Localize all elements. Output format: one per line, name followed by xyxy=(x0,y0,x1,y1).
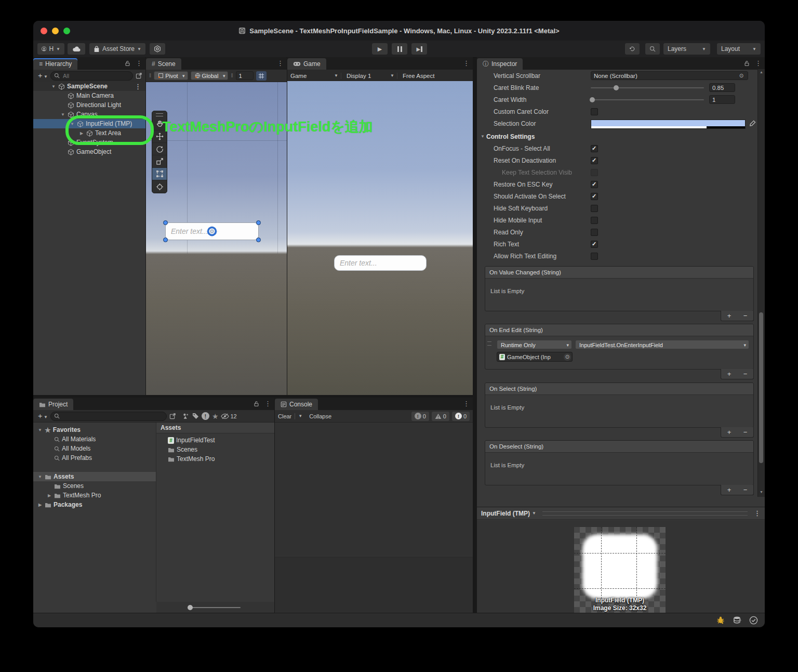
project-all-materials[interactable]: All Materials xyxy=(33,434,156,444)
scene-menu-icon[interactable]: ⋮ xyxy=(277,60,284,67)
add-event-button[interactable]: + xyxy=(727,486,732,494)
hierarchy-item-directional-light[interactable]: Directional Light xyxy=(33,100,145,110)
grid-size-field[interactable]: 1 xyxy=(236,71,254,80)
foldout-icon[interactable]: ▶ xyxy=(47,493,52,498)
undo-history-button[interactable] xyxy=(625,43,640,55)
preview-resize-handle[interactable] xyxy=(542,511,748,516)
layout-dropdown[interactable]: Layout▼ xyxy=(717,43,761,55)
event-target-object-field[interactable]: # GameObject (Inp ⊙ xyxy=(497,352,573,362)
caret-blink-rate-value[interactable]: 0.85 xyxy=(709,83,735,92)
tab-scene[interactable]: # Scene xyxy=(146,58,181,70)
pivot-gizmo[interactable] xyxy=(203,222,221,240)
foldout-icon[interactable]: ▶ xyxy=(37,503,43,507)
progress-status-button[interactable] xyxy=(749,616,758,627)
open-window-icon[interactable] xyxy=(136,72,142,79)
step-button[interactable]: ▶ xyxy=(411,43,427,55)
project-pane-breadcrumb[interactable]: Assets xyxy=(156,423,274,433)
vertical-scrollbar-field[interactable]: None (Scrollbar)⊙ xyxy=(591,71,748,80)
reorder-handle-icon[interactable] xyxy=(487,341,491,346)
error-filter-button[interactable]: ! 0 xyxy=(452,412,470,421)
caret-blink-rate-slider[interactable] xyxy=(591,87,704,88)
debugger-status-button[interactable] xyxy=(716,615,725,627)
open-window-icon[interactable] xyxy=(169,413,176,419)
inspector-menu-icon[interactable]: ⋮ xyxy=(755,60,762,67)
handle-space-dropdown[interactable]: Global xyxy=(191,71,229,80)
slider-thumb[interactable] xyxy=(590,97,595,102)
search-by-label-icon[interactable] xyxy=(192,413,199,419)
asset-scenes[interactable]: Scenes xyxy=(156,445,274,454)
search-by-type-icon[interactable] xyxy=(182,413,190,419)
preview-header[interactable]: InputField (TMP) ▼ ⋮ xyxy=(477,507,765,520)
keep-text-selection-checkbox[interactable] xyxy=(591,169,598,176)
asset-store-button[interactable]: Asset Store▼ xyxy=(89,43,145,55)
search-everything-button[interactable] xyxy=(645,43,660,55)
collapse-button[interactable]: Collapse xyxy=(309,413,331,419)
hierarchy-item-main-camera[interactable]: Main Camera xyxy=(33,91,145,100)
onfocus-select-all-checkbox[interactable] xyxy=(591,145,598,152)
hierarchy-item-text-area[interactable]: ▶ Text Area xyxy=(33,128,145,138)
foldout-icon[interactable]: ▼ xyxy=(37,428,43,432)
palette-drag-handle[interactable] xyxy=(152,111,167,118)
allow-rich-text-editing-checkbox[interactable] xyxy=(591,253,598,260)
rect-tool-button[interactable] xyxy=(152,168,167,180)
layers-dropdown[interactable]: Layers▼ xyxy=(663,43,710,55)
eyedropper-icon[interactable] xyxy=(749,120,756,127)
asset-zoom-slider[interactable] xyxy=(189,607,241,608)
rect-handle[interactable] xyxy=(163,220,168,225)
console-menu-icon[interactable]: ⋮ xyxy=(463,400,470,407)
foldout-icon[interactable]: ▼ xyxy=(60,112,65,117)
project-all-models[interactable]: All Models xyxy=(33,444,156,453)
lock-icon[interactable] xyxy=(125,60,130,67)
project-favorites[interactable]: ▼ ★ Favorites xyxy=(33,425,156,434)
foldout-icon[interactable]: ▼ xyxy=(70,122,75,126)
pause-button[interactable] xyxy=(392,43,407,55)
zoom-slider-thumb[interactable] xyxy=(188,605,193,610)
hand-tool-button[interactable] xyxy=(152,118,167,130)
rect-handle[interactable] xyxy=(256,238,261,242)
foldout-icon[interactable]: ▼ xyxy=(37,475,43,479)
account-button[interactable]: H▼ xyxy=(37,43,64,55)
custom-caret-color-checkbox[interactable] xyxy=(591,108,598,115)
tab-project[interactable]: Project xyxy=(33,399,73,410)
tab-inspector[interactable]: ⓘ Inspector xyxy=(477,58,523,70)
asset-textmeshpro[interactable]: TextMesh Pro xyxy=(156,454,274,464)
aspect-dropdown[interactable]: Free Aspect xyxy=(397,73,434,79)
lock-icon[interactable] xyxy=(254,401,259,407)
create-object-button[interactable]: ＋▼ xyxy=(36,71,48,81)
tab-game[interactable]: Game xyxy=(287,58,326,70)
slider-thumb[interactable] xyxy=(614,85,619,90)
foldout-icon[interactable]: ▼ xyxy=(480,134,485,139)
game-menu-icon[interactable]: ⋮ xyxy=(463,60,470,67)
asset-inputfieldtest[interactable]: # InputFieldTest xyxy=(156,436,274,445)
project-textmeshpro-folder[interactable]: ▶ TextMesh Pro xyxy=(33,491,156,500)
add-event-button[interactable]: + xyxy=(727,428,732,436)
read-only-checkbox[interactable] xyxy=(591,229,598,236)
play-button[interactable]: ▶ xyxy=(372,43,388,55)
scene-viewport[interactable]: Enter text... xyxy=(146,82,287,395)
clear-button[interactable]: Clear▼ xyxy=(278,413,302,419)
project-assets-root[interactable]: ▼ Assets xyxy=(33,472,156,481)
selection-color-swatch[interactable] xyxy=(591,120,746,128)
game-view-dropdown[interactable]: Game▼ xyxy=(290,73,338,79)
console-log-area[interactable] xyxy=(275,423,473,556)
tab-hierarchy[interactable]: ≡ Hierarchy xyxy=(33,58,77,70)
caret-width-slider[interactable] xyxy=(591,99,704,100)
event-function-dropdown[interactable]: InputFieldTest.OnEnterInputField xyxy=(575,340,749,349)
foldout-icon[interactable]: ▶ xyxy=(79,131,84,136)
project-scenes-folder[interactable]: Scenes xyxy=(33,481,156,491)
project-menu-icon[interactable]: ⋮ xyxy=(264,400,271,407)
move-tool-button[interactable] xyxy=(152,130,167,143)
add-event-button[interactable]: + xyxy=(727,312,732,320)
should-activate-on-select-checkbox[interactable] xyxy=(591,193,598,200)
remove-event-button[interactable]: − xyxy=(743,312,748,320)
grid-snap-button[interactable] xyxy=(256,71,267,81)
project-search-input[interactable] xyxy=(62,413,163,420)
hide-mobile-input-checkbox[interactable] xyxy=(591,217,598,224)
hide-soft-keyboard-checkbox[interactable] xyxy=(591,205,598,212)
hierarchy-item-canvas[interactable]: ▼ Canvas xyxy=(33,110,145,119)
scroll-down-arrow[interactable]: ▼ xyxy=(758,489,765,495)
rich-text-checkbox[interactable] xyxy=(591,241,598,248)
remove-event-button[interactable]: − xyxy=(743,428,748,436)
rect-handle[interactable] xyxy=(256,220,261,225)
remove-event-button[interactable]: − xyxy=(743,486,748,494)
